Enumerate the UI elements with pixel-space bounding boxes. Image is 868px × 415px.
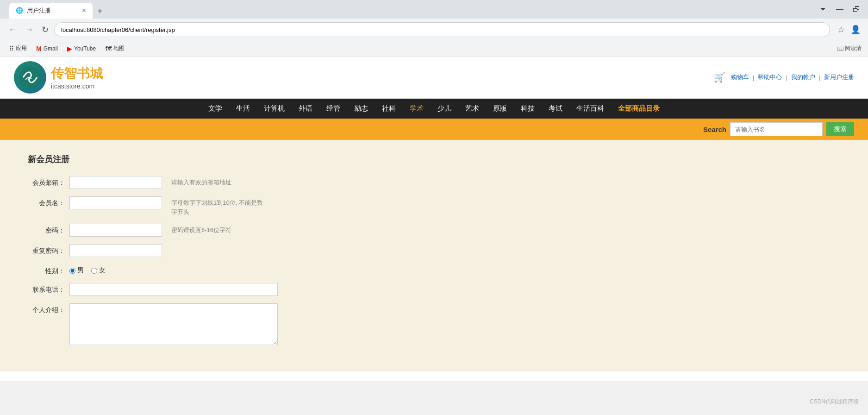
form-title: 新会员注册 <box>28 154 840 165</box>
gender-female-text: 女 <box>99 266 106 275</box>
logo[interactable]: 传智书城 itcaststore.com <box>14 61 103 94</box>
confirm-row: 重复密码： <box>28 244 840 257</box>
intro-control <box>69 303 278 345</box>
nav-wenxue[interactable]: 文学 <box>208 104 222 113</box>
nav-jisuanji[interactable]: 计算机 <box>264 104 285 113</box>
sep2: | <box>786 74 787 81</box>
bookmark-star-button[interactable]: ☆ <box>836 23 847 37</box>
nav-waiyu[interactable]: 外语 <box>299 104 312 113</box>
logo-english: itcaststore.com <box>51 82 103 90</box>
new-tab-button[interactable]: + <box>93 4 107 19</box>
phone-control <box>69 283 278 296</box>
maps-icon: 🗺 <box>105 45 112 52</box>
register-link[interactable]: 新用户注册 <box>824 73 854 82</box>
sep3: | <box>819 74 820 81</box>
gender-male-label[interactable]: 男 <box>69 266 84 275</box>
search-input[interactable] <box>730 122 823 136</box>
site-header: 传智书城 itcaststore.com 🛒 购物车 | 帮助中心 | 我的帐户… <box>0 57 868 99</box>
username-control <box>69 196 162 209</box>
gender-female-label[interactable]: 女 <box>91 266 106 275</box>
browser-chrome: 🌐 用户注册 × + ⏷ — 🗗 ← → ↻ ☆ 👤 ⠿ 应用 M Gma <box>0 0 868 57</box>
password-hint: 密码请设置6-16位字符 <box>171 224 231 235</box>
back-button[interactable]: ← <box>6 23 19 37</box>
nav-jingguan[interactable]: 经管 <box>326 104 340 113</box>
tab-title: 用户注册 <box>27 6 51 15</box>
password-row: 密码： 密码请设置6-16位字符 <box>28 224 840 237</box>
bookmark-maps-label: 地图 <box>113 44 125 52</box>
nav-yuanban[interactable]: 原版 <box>493 104 507 113</box>
phone-row: 联系电话： <box>28 283 840 296</box>
bookmarks-bar: ⠿ 应用 M Gmail ▶ YouTube 🗺 地图 📖 阅读清 <box>0 41 868 57</box>
confirm-control <box>69 244 162 257</box>
window-controls: ⏷ — 🗗 <box>816 4 863 15</box>
username-hint: 字母数字下划线1到10位, 不能是数字开头 <box>171 196 264 216</box>
intro-label: 个人介绍： <box>28 303 69 314</box>
reader-mode-button[interactable]: 📖 阅读清 <box>837 44 862 52</box>
bookmark-apps[interactable]: ⠿ 应用 <box>6 44 30 53</box>
nav-keji[interactable]: 科技 <box>521 104 535 113</box>
bookmark-gmail-label: Gmail <box>44 45 58 52</box>
sep1: | <box>753 74 754 81</box>
gender-female-radio[interactable] <box>91 268 97 274</box>
bookmark-gmail[interactable]: M Gmail <box>33 44 61 53</box>
gender-label: 性别： <box>28 264 69 276</box>
win-dropdown-button[interactable]: ⏷ <box>816 4 830 15</box>
nav-sheke[interactable]: 社科 <box>382 104 396 113</box>
gender-radio-group: 男 女 <box>69 264 106 275</box>
email-row: 会员邮箱： 请输入有效的邮箱地址 <box>28 176 840 189</box>
bookmark-youtube-label: YouTube <box>74 45 96 52</box>
bookmark-youtube[interactable]: ▶ YouTube <box>64 44 99 53</box>
nav-shenghuo[interactable]: 生活 <box>236 104 250 113</box>
gender-row: 性别： 男 女 <box>28 264 840 276</box>
email-label: 会员邮箱： <box>28 176 69 187</box>
email-control <box>69 176 162 189</box>
page-content: 传智书城 itcaststore.com 🛒 购物车 | 帮助中心 | 我的帐户… <box>0 57 868 381</box>
nav-yishu[interactable]: 艺术 <box>465 104 479 113</box>
profile-button[interactable]: 👤 <box>849 23 862 37</box>
address-bar[interactable] <box>54 22 830 37</box>
logo-text: 传智书城 itcaststore.com <box>51 65 103 90</box>
nav-shenghuo-baike[interactable]: 生活百科 <box>576 104 604 113</box>
intro-row: 个人介绍： <box>28 303 840 345</box>
email-hint: 请输入有效的邮箱地址 <box>171 176 231 187</box>
username-input[interactable] <box>69 196 162 209</box>
nav-lizhi[interactable]: 励志 <box>354 104 368 113</box>
intro-textarea[interactable] <box>69 303 278 345</box>
help-link[interactable]: 帮助中心 <box>758 73 782 82</box>
header-links: 🛒 购物车 | 帮助中心 | 我的帐户 | 新用户注册 <box>714 72 854 83</box>
logo-chinese: 传智书城 <box>51 65 103 82</box>
nav-xueshu[interactable]: 学术 <box>410 104 424 113</box>
win-restore-button[interactable]: 🗗 <box>849 4 863 15</box>
confirm-input[interactable] <box>69 244 162 257</box>
bookmark-apps-label: 应用 <box>16 44 27 52</box>
forward-button[interactable]: → <box>22 23 36 37</box>
username-label: 会员名： <box>28 196 69 208</box>
phone-input[interactable] <box>69 283 278 296</box>
search-button[interactable]: 搜索 <box>826 122 854 136</box>
nav-kaoshi[interactable]: 考试 <box>549 104 562 113</box>
password-input[interactable] <box>69 224 162 237</box>
nav-all-products[interactable]: 全部商品目录 <box>618 104 660 113</box>
tab-close-button[interactable]: × <box>82 6 86 15</box>
phone-label: 联系电话： <box>28 283 69 294</box>
main-content: 新会员注册 会员邮箱： 请输入有效的邮箱地址 会员名： 字母数字下划线1到10位… <box>0 140 868 371</box>
active-tab[interactable]: 🌐 用户注册 × <box>9 3 93 19</box>
youtube-icon: ▶ <box>67 45 72 52</box>
search-bar: Search 搜索 <box>0 119 868 140</box>
gmail-icon: M <box>36 45 42 52</box>
titlebar: 🌐 用户注册 × + ⏷ — 🗗 <box>0 0 868 19</box>
password-control <box>69 224 162 237</box>
toolbar-icons: ☆ 👤 <box>836 23 862 37</box>
tab-favicon-icon: 🌐 <box>16 7 23 14</box>
cart-link[interactable]: 购物车 <box>731 73 749 82</box>
account-link[interactable]: 我的帐户 <box>791 73 815 82</box>
nav-bar: 文学 生活 计算机 外语 经管 励志 社科 学术 少儿 艺术 原版 科技 考试 … <box>0 99 868 119</box>
search-label: Search <box>703 126 726 133</box>
win-minimize-button[interactable]: — <box>833 4 847 15</box>
gender-male-radio[interactable] <box>69 268 75 274</box>
username-row: 会员名： 字母数字下划线1到10位, 不能是数字开头 <box>28 196 840 216</box>
nav-shaor[interactable]: 少儿 <box>437 104 451 113</box>
bookmark-maps[interactable]: 🗺 地图 <box>102 44 127 53</box>
email-input[interactable] <box>69 176 162 189</box>
refresh-button[interactable]: ↻ <box>39 23 51 37</box>
